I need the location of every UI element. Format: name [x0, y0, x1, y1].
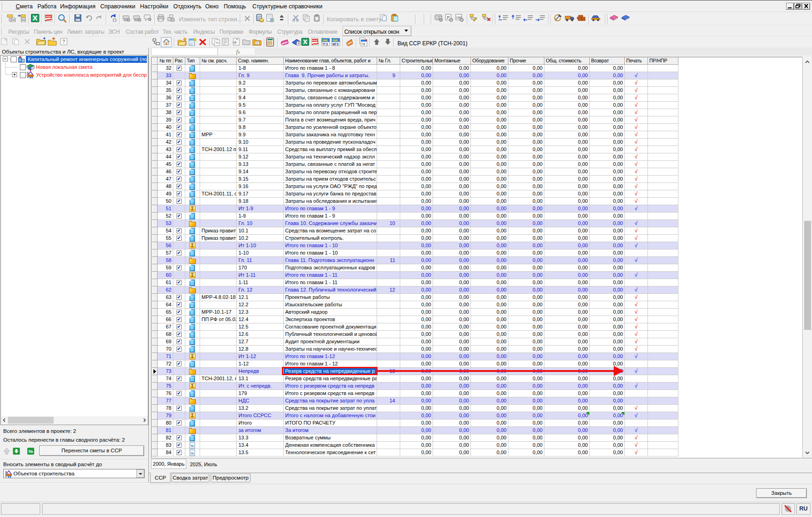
- svg-text:ТГЗ: ТГЗ: [323, 43, 328, 46]
- svg-text:PDF: PDF: [46, 15, 51, 18]
- svg-text:%: %: [362, 42, 365, 46]
- svg-text:№: №: [29, 449, 33, 454]
- svg-text:PDF: PDF: [312, 39, 318, 42]
- svg-text:XML: XML: [332, 39, 339, 42]
- svg-text:XML: XML: [322, 39, 329, 42]
- svg-text:P: P: [447, 15, 450, 20]
- svg-text:%: %: [215, 41, 219, 45]
- svg-text:F: F: [298, 42, 300, 46]
- svg-text:Σ: Σ: [256, 41, 258, 45]
- svg-text:?: ?: [62, 39, 65, 44]
- svg-text:МГЗ: МГЗ: [333, 43, 339, 46]
